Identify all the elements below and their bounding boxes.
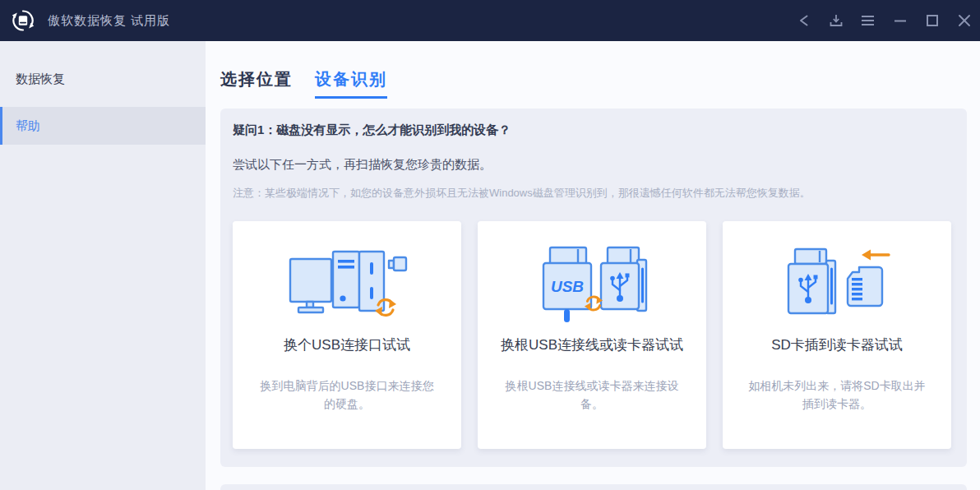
window-controls — [788, 0, 980, 41]
faq-panel: 疑问1：磁盘没有显示，怎么才能识别到我的设备？ 尝试以下任一方式，再扫描恢复您珍… — [220, 109, 967, 467]
card-sd-to-reader[interactable]: SD卡插到读卡器试试 如相机未列出来，请将SD卡取出并插到读卡器。 — [723, 221, 951, 449]
menu-icon[interactable] — [852, 0, 884, 41]
next-faq-panel — [220, 484, 967, 490]
card-description: 如相机未列出来，请将SD卡取出并插到读卡器。 — [723, 377, 951, 413]
tab-device-recognition[interactable]: 设备识别 — [315, 69, 387, 99]
card-title: SD卡插到读卡器试试 — [723, 335, 951, 355]
sd-card-to-reader-icon — [723, 243, 951, 329]
card-change-usb-cable[interactable]: USB — [478, 221, 706, 449]
suggestion-cards: 换个USB连接口试试 换到电脑背后的USB接口来连接您的硬盘。 — [233, 221, 951, 449]
download-icon[interactable] — [820, 0, 852, 41]
share-icon[interactable] — [788, 0, 820, 41]
card-description: 换到电脑背后的USB接口来连接您的硬盘。 — [233, 377, 461, 413]
faq-note: 注意：某些极端情况下，如您的设备意外损坏且无法被Windows磁盘管理识别到，那… — [233, 186, 951, 200]
app-title: 傲软数据恢复 试用版 — [48, 13, 170, 29]
sidebar-item-label: 帮助 — [16, 118, 40, 134]
card-change-usb-port[interactable]: 换个USB连接口试试 换到电脑背后的USB接口来连接您的硬盘。 — [233, 221, 461, 449]
tab-select-location[interactable]: 选择位置 — [220, 69, 293, 99]
main-area: 数据恢复 帮助 选择位置 设备识别 疑问1：磁盘没有显示，怎么才能识别到我的设备… — [0, 41, 980, 490]
sidebar-item-data-recovery[interactable]: 数据恢复 — [0, 60, 206, 98]
sidebar-item-label: 数据恢复 — [16, 72, 65, 87]
tab-bar: 选择位置 设备识别 — [220, 69, 967, 99]
app-logo-icon — [11, 8, 35, 33]
minimize-icon[interactable] — [884, 0, 916, 41]
card-title: 换个USB连接口试试 — [233, 335, 461, 355]
titlebar: 傲软数据恢复 试用版 — [0, 0, 980, 41]
card-title: 换根USB连接线或读卡器试试 — [478, 335, 706, 355]
faq-question-title: 疑问1：磁盘没有显示，怎么才能识别到我的设备？ — [233, 122, 951, 138]
faq-instruction: 尝试以下任一方式，再扫描恢复您珍贵的数据。 — [233, 156, 951, 173]
insert-arrow-icon — [862, 250, 889, 261]
sidebar: 数据恢复 帮助 — [0, 41, 206, 490]
sidebar-item-help[interactable]: 帮助 — [0, 107, 206, 145]
maximize-icon[interactable] — [916, 0, 948, 41]
card-description: 换根USB连接线或读卡器来连接设备。 — [478, 377, 706, 413]
usb-label: USB — [551, 278, 584, 295]
usb-cable-swap-icon: USB — [478, 243, 706, 329]
content-area: 选择位置 设备识别 疑问1：磁盘没有显示，怎么才能识别到我的设备？ 尝试以下任一… — [206, 41, 980, 490]
close-icon[interactable] — [948, 0, 980, 41]
computer-usb-port-icon — [233, 243, 461, 329]
